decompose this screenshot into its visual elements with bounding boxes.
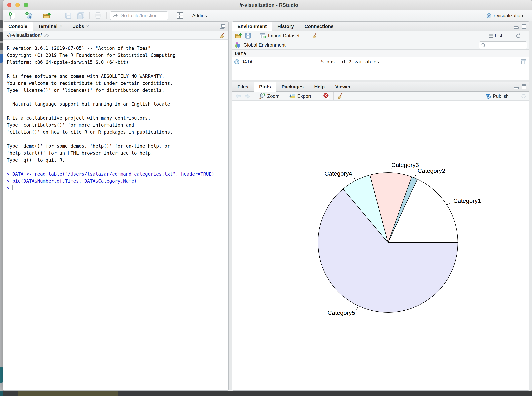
background-item xyxy=(0,53,3,63)
zoom-plot-button[interactable]: Zoom xyxy=(257,92,281,100)
pane-layout-grid-icon xyxy=(176,12,184,20)
pie-chart: Category1Category2Category3Category4Cate… xyxy=(232,101,529,390)
tab-history-label: History xyxy=(277,23,294,29)
maximize-pane-icon[interactable] xyxy=(521,23,527,29)
save-all-icon xyxy=(76,12,85,19)
new-file-button[interactable] xyxy=(7,11,21,21)
new-project-icon: R xyxy=(25,12,33,20)
project-selector[interactable]: R r-visualization xyxy=(484,11,528,20)
refresh-plot-icon[interactable] xyxy=(520,93,527,99)
tab-history[interactable]: History xyxy=(272,22,299,31)
clear-all-plots-icon[interactable] xyxy=(337,93,344,99)
environment-object-row[interactable]: DATA 5 obs. of 2 variables xyxy=(232,57,529,66)
list-icon xyxy=(488,33,494,38)
pie-label-tick xyxy=(354,177,356,181)
working-directory-label: ~/r-visualization/ xyxy=(6,33,42,38)
addins-button[interactable]: Addins xyxy=(191,12,212,19)
main-toolbar: R xyxy=(3,10,532,21)
tab-files[interactable]: Files xyxy=(232,82,254,91)
object-name: DATA xyxy=(241,57,252,66)
pie-slice-label: Category5 xyxy=(327,309,355,316)
restore-panes-icon[interactable] xyxy=(219,23,226,30)
tab-packages[interactable]: Packages xyxy=(276,82,309,91)
console-tabstrip: Console Terminal Jobs xyxy=(3,22,228,31)
export-plot-label: Export xyxy=(297,93,311,99)
background-item xyxy=(0,43,3,50)
open-file-button[interactable] xyxy=(41,11,57,21)
tab-viewer[interactable]: Viewer xyxy=(330,82,356,91)
clear-environment-icon[interactable] xyxy=(311,32,318,39)
tab-help[interactable]: Help xyxy=(309,82,330,91)
console-line: 'citation()' on how to cite R or R packa… xyxy=(7,129,225,136)
console-line: Type 'contributors()' for more informati… xyxy=(7,122,225,129)
console-line: Type 'demo()' for some demos, 'help()' f… xyxy=(7,143,225,150)
goto-file-input[interactable] xyxy=(120,13,160,18)
save-workspace-icon[interactable] xyxy=(245,32,251,39)
tab-console[interactable]: Console xyxy=(3,22,33,31)
next-plot-icon[interactable] xyxy=(244,93,251,99)
close-jobs-tab-icon[interactable] xyxy=(86,23,89,29)
background-item xyxy=(0,32,3,41)
svg-text:R: R xyxy=(29,15,31,18)
plot-area: Category1Category2Category3Category4Cate… xyxy=(232,101,529,390)
environment-scope-row: Global Environment xyxy=(232,40,529,50)
remove-plot-icon[interactable] xyxy=(323,93,330,100)
environment-scope-label[interactable]: Global Environment xyxy=(243,42,286,48)
pie-label-tick xyxy=(415,174,416,178)
console-line: Type 'q()' to quit R. xyxy=(7,157,225,164)
tab-plots[interactable]: Plots xyxy=(254,82,276,92)
export-plot-button[interactable]: Export xyxy=(287,92,316,100)
pie-slice-label: Category2 xyxy=(418,167,445,174)
list-view-button[interactable]: List xyxy=(487,32,507,39)
tab-jobs-label: Jobs xyxy=(73,23,84,29)
print-button[interactable] xyxy=(93,11,103,20)
tab-terminal[interactable]: Terminal xyxy=(33,22,68,31)
tab-help-label: Help xyxy=(314,84,325,89)
zoom-plot-label: Zoom xyxy=(267,93,279,99)
goto-directory-icon[interactable] xyxy=(44,33,50,38)
console-line xyxy=(7,136,225,143)
tab-plots-label: Plots xyxy=(259,84,271,89)
window-title: ~/r-visualization - RStudio xyxy=(3,0,532,10)
environment-toolbar: Import Dataset List xyxy=(232,31,529,40)
environment-search-input[interactable] xyxy=(487,43,523,48)
maximize-pane-icon[interactable] xyxy=(521,84,527,90)
publish-plot-button[interactable]: Publish xyxy=(484,92,514,100)
import-dataset-button[interactable]: Import Dataset xyxy=(258,32,304,40)
previous-plot-icon[interactable] xyxy=(235,93,242,99)
console-line: R is a collaborative project with many c… xyxy=(7,115,225,122)
console-line: R version 3.6.1 (2019-07-05) -- "Action … xyxy=(7,45,225,52)
save-button[interactable] xyxy=(63,11,73,20)
project-name-label: r-visualization xyxy=(494,13,523,18)
object-value: 5 obs. of 2 variables xyxy=(321,57,379,66)
tab-environment[interactable]: Environment xyxy=(232,22,272,31)
svg-text:R: R xyxy=(488,15,490,18)
minimize-pane-icon[interactable] xyxy=(513,23,519,29)
tab-connections[interactable]: Connections xyxy=(299,22,339,31)
close-terminal-tab-icon[interactable] xyxy=(59,23,62,29)
view-dataframe-icon[interactable] xyxy=(521,59,527,64)
expand-object-icon[interactable] xyxy=(234,59,240,64)
pie-label-tick xyxy=(357,306,358,310)
refresh-environment-button[interactable] xyxy=(514,32,527,40)
pie-slice-label: Category3 xyxy=(391,162,419,168)
save-all-button[interactable] xyxy=(75,11,86,20)
tab-environment-label: Environment xyxy=(237,23,267,29)
new-file-icon xyxy=(8,12,16,20)
pie-slice-label: Category4 xyxy=(324,170,352,177)
new-project-button[interactable]: R xyxy=(23,11,35,21)
load-workspace-icon[interactable] xyxy=(235,32,243,39)
console-line: Type 'license()' or 'licence()' for dist… xyxy=(7,87,225,94)
print-icon xyxy=(94,12,102,19)
minimize-pane-icon[interactable] xyxy=(513,84,519,90)
clear-console-icon[interactable] xyxy=(219,32,226,39)
console-output[interactable]: R version 3.6.1 (2019-07-05) -- "Action … xyxy=(3,40,228,197)
tab-viewer-label: Viewer xyxy=(335,84,351,89)
console-line: Copyright (C) 2019 The R Foundation for … xyxy=(7,52,225,59)
tab-terminal-label: Terminal xyxy=(38,23,58,29)
background-item xyxy=(0,20,3,28)
pane-layout-button[interactable] xyxy=(175,11,189,20)
console-line: > DATA <- read.table("/Users/lsalazar/co… xyxy=(7,171,225,178)
plots-pane: Files Plots Packages Help Viewer xyxy=(232,82,529,390)
tab-jobs[interactable]: Jobs xyxy=(68,22,94,31)
